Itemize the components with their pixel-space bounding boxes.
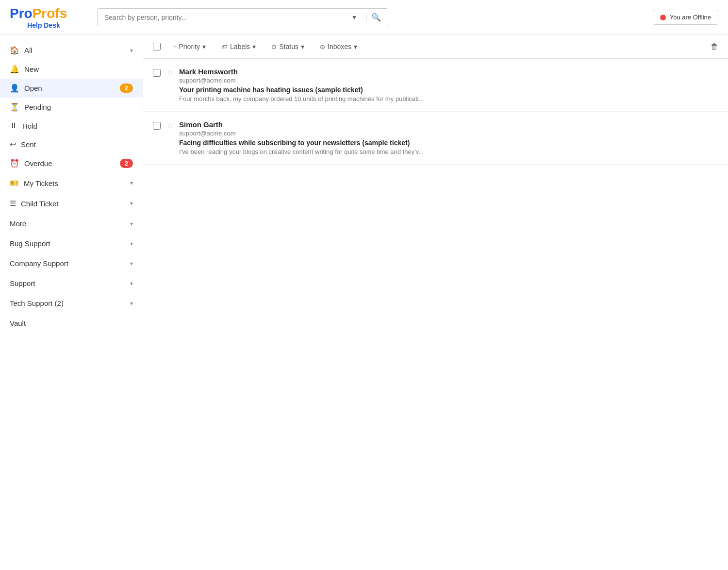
pending-icon: ⏳ [10, 102, 19, 112]
ticket-preview-2: I've been reading your blogs on creative… [179, 148, 519, 155]
ticket-star-2[interactable]: ☆ [166, 121, 173, 130]
inboxes-icon: ⊙ [320, 43, 325, 50]
search-input[interactable] [104, 14, 351, 21]
sidebar-item-pending-label: Pending [24, 103, 133, 111]
ticket-body-1: Mark Hemsworth support@acme.com Your pri… [179, 67, 718, 102]
status-button[interactable]: ⊙ Status ▾ [268, 41, 307, 52]
search-icon[interactable]: 🔍 [371, 13, 381, 22]
tech-support-chevron-icon: ▾ [130, 300, 133, 307]
layout: 🏠 All ▾ 🔔 New 👤 Open 2 ⏳ Pending ⏸ Hold … [0, 35, 728, 570]
sidebar-group-bug-support[interactable]: Bug Support ▾ [0, 234, 143, 253]
sidebar-group-support[interactable]: Support ▾ [0, 273, 143, 293]
sidebar-item-overdue[interactable]: ⏰ Overdue 2 [0, 154, 143, 173]
new-icon: 🔔 [10, 65, 19, 74]
my-tickets-chevron-icon: ▾ [130, 180, 133, 186]
overdue-icon: ⏰ [10, 159, 19, 168]
inboxes-chevron-icon: ▾ [354, 43, 357, 50]
all-chevron-icon: ▾ [130, 47, 133, 54]
header-right: You are Offline [653, 10, 718, 25]
search-bar[interactable]: ▼ 🔍 [97, 8, 388, 26]
ticket-preview-1: Four months back, my company ordered 10 … [179, 95, 519, 102]
ticket-star-1[interactable]: ☆ [166, 68, 173, 77]
sidebar-group-child-ticket[interactable]: ☰ Child Ticket ▾ [0, 193, 143, 214]
labels-button[interactable]: 🏷 Labels ▾ [218, 41, 259, 52]
offline-dot [660, 15, 666, 20]
sidebar-item-sent-label: Sent [21, 140, 133, 149]
labels-chevron-icon: ▾ [252, 43, 256, 50]
hold-icon: ⏸ [10, 121, 17, 130]
main-content: ↑ Priority ▾ 🏷 Labels ▾ ⊙ Status ▾ ⊙ Inb… [143, 35, 728, 570]
sidebar-item-pending[interactable]: ⏳ Pending [0, 98, 143, 117]
sidebar-item-sent[interactable]: ↩ Sent [0, 135, 143, 154]
open-icon: 👤 [10, 84, 19, 93]
sidebar: 🏠 All ▾ 🔔 New 👤 Open 2 ⏳ Pending ⏸ Hold … [0, 35, 143, 570]
sidebar-all-header[interactable]: 🏠 All ▾ [0, 41, 143, 60]
sidebar-group-tech-support-label: Tech Support (2) [10, 299, 64, 307]
inboxes-button[interactable]: ⊙ Inboxes ▾ [317, 41, 360, 52]
sidebar-all-label: All [24, 46, 33, 54]
ticket-sender-1: Mark Hemsworth [179, 67, 718, 76]
search-dropdown-icon[interactable]: ▼ [351, 14, 357, 21]
search-divider [366, 13, 366, 22]
sidebar-group-vault-label: Vault [10, 319, 26, 327]
status-chevron-icon: ▾ [301, 43, 304, 50]
sidebar-group-company-support-label: Company Support [10, 259, 68, 268]
ticket-body-2: Simon Garth support@acme.com Facing diff… [179, 120, 718, 155]
sidebar-item-new-label: New [24, 65, 133, 73]
ticket-list: ☆ Mark Hemsworth support@acme.com Your p… [143, 59, 728, 570]
sidebar-group-bug-support-label: Bug Support [10, 239, 50, 248]
company-support-chevron-icon: ▾ [130, 260, 133, 267]
inboxes-label: Inboxes [328, 43, 351, 50]
toolbar: ↑ Priority ▾ 🏷 Labels ▾ ⊙ Status ▾ ⊙ Inb… [143, 35, 728, 59]
open-badge: 2 [120, 84, 133, 93]
sidebar-group-tech-support[interactable]: Tech Support (2) ▾ [0, 293, 143, 313]
logo-pro-text: Pro [10, 6, 33, 21]
logo-profs-text: Profs [33, 6, 67, 21]
sidebar-item-open[interactable]: 👤 Open 2 [0, 79, 143, 98]
status-icon: ⊙ [271, 43, 277, 50]
home-icon: 🏠 [10, 46, 19, 55]
ticket-subject-1: Your printing machine has heating issues… [179, 86, 718, 94]
sidebar-item-overdue-label: Overdue [24, 159, 120, 168]
overdue-badge: 2 [120, 159, 133, 168]
sidebar-item-new[interactable]: 🔔 New [0, 60, 143, 79]
labels-label: Labels [230, 43, 250, 50]
sidebar-group-more[interactable]: More ▾ [0, 214, 143, 234]
sidebar-group-my-tickets-label: My Tickets [24, 179, 58, 187]
child-ticket-chevron-icon: ▾ [130, 200, 133, 207]
ticket-email-2: support@acme.com [179, 130, 718, 137]
ticket-subject-2: Facing difficulties while subscribing to… [179, 139, 718, 147]
sent-icon: ↩ [10, 140, 16, 149]
status-label: Status [279, 43, 298, 50]
logo: ProProfs Help Desk [10, 6, 78, 29]
logo-subtitle: Help Desk [10, 21, 78, 29]
sidebar-item-hold-label: Hold [22, 122, 133, 130]
sidebar-item-open-label: Open [24, 84, 120, 92]
labels-icon: 🏷 [221, 43, 228, 50]
sidebar-group-company-support[interactable]: Company Support ▾ [0, 253, 143, 273]
status-badge[interactable]: You are Offline [653, 10, 718, 25]
ticket-sender-2: Simon Garth [179, 120, 718, 129]
select-all-checkbox[interactable] [153, 43, 161, 50]
my-tickets-icon: 🎫 [10, 179, 19, 187]
trash-icon[interactable]: 🗑 [711, 42, 718, 51]
ticket-item[interactable]: ☆ Mark Hemsworth support@acme.com Your p… [143, 59, 728, 112]
bug-support-chevron-icon: ▾ [130, 240, 133, 247]
sidebar-group-my-tickets[interactable]: 🎫 My Tickets ▾ [0, 173, 143, 193]
sidebar-group-child-ticket-label: Child Ticket [21, 200, 59, 208]
header: ProProfs Help Desk ▼ 🔍 You are Offline [0, 0, 728, 35]
ticket-checkbox-2[interactable] [153, 122, 161, 130]
ticket-checkbox-1[interactable] [153, 69, 161, 77]
priority-label: Priority [179, 43, 200, 50]
ticket-item[interactable]: ☆ Simon Garth support@acme.com Facing di… [143, 112, 728, 165]
sidebar-group-more-label: More [10, 219, 26, 228]
ticket-email-1: support@acme.com [179, 77, 718, 84]
status-label: You are Offline [670, 14, 711, 21]
priority-chevron-icon: ▾ [202, 43, 206, 50]
sidebar-item-hold[interactable]: ⏸ Hold [0, 117, 143, 135]
child-ticket-icon: ☰ [10, 199, 16, 208]
support-chevron-icon: ▾ [130, 280, 133, 287]
priority-icon: ↑ [173, 43, 177, 50]
sidebar-group-vault[interactable]: Vault [0, 313, 143, 333]
priority-button[interactable]: ↑ Priority ▾ [170, 41, 209, 52]
